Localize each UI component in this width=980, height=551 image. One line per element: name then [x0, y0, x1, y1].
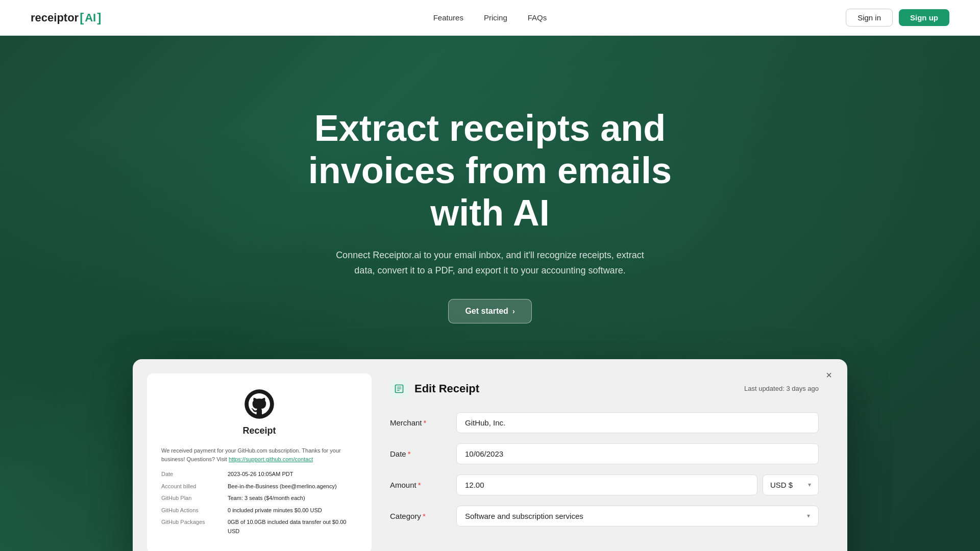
receipt-row: Date2023-05-26 10:05AM PDT [161, 468, 357, 481]
date-label: Date* [390, 449, 456, 458]
merchant-required: * [424, 418, 427, 427]
nav-links: Features Pricing FAQs [433, 13, 547, 22]
category-field: Category* Software and subscription serv… [390, 506, 819, 527]
date-required: * [408, 449, 411, 458]
edit-title: Edit Receipt [414, 382, 479, 395]
receipt-link[interactable]: https://support.github.com/contact [229, 456, 313, 462]
demo-card: × Receipt We received payment for your G… [133, 359, 847, 551]
logo-bracket-open: [ [80, 11, 84, 25]
amount-required: * [418, 481, 421, 489]
receipt-body: We received payment for your GitHub.com … [161, 446, 357, 464]
logo-text: receiptor [31, 11, 79, 24]
receipt-row: Account billedBee-in-the-Business (bee@m… [161, 481, 357, 493]
receipt-title: Receipt [242, 425, 276, 436]
get-started-label: Get started [465, 307, 508, 316]
nav-features[interactable]: Features [433, 13, 463, 22]
receipt-content: We received payment for your GitHub.com … [161, 446, 357, 538]
navbar: receiptor[AI] Features Pricing FAQs Sign… [0, 0, 980, 36]
hero-title: Extract receipts and invoices from email… [286, 107, 694, 234]
signup-button[interactable]: Sign up [899, 9, 949, 26]
receipt-row: GitHub Packages0GB of 10.0GB included da… [161, 516, 357, 537]
arrow-icon: › [512, 307, 515, 315]
receipt-row: GitHub Actions0 included private minutes… [161, 505, 357, 517]
category-select[interactable]: Software and subscription services ▾ [456, 506, 819, 527]
edit-panel: Edit Receipt Last updated: 3 days ago Me… [372, 373, 833, 551]
hero-subtitle: Connect Receiptor.ai to your email inbox… [332, 248, 648, 278]
currency-chevron-icon: ▾ [808, 481, 811, 488]
last-updated: Last updated: 3 days ago [744, 385, 819, 392]
logo[interactable]: receiptor[AI] [31, 11, 101, 25]
get-started-button[interactable]: Get started › [448, 299, 531, 323]
receipt-row: GitHub PlanTeam: 3 seats ($4/month each) [161, 492, 357, 505]
merchant-input[interactable] [456, 412, 819, 433]
close-button[interactable]: × [821, 367, 837, 384]
amount-input[interactable] [456, 474, 757, 495]
currency-select[interactable]: USD $ ▾ [763, 474, 819, 495]
amount-label: Amount* [390, 481, 456, 489]
github-logo-icon [244, 389, 275, 419]
nav-pricing[interactable]: Pricing [484, 13, 507, 22]
edit-header: Edit Receipt Last updated: 3 days ago [390, 380, 819, 398]
category-required: * [423, 512, 426, 520]
amount-row: USD $ ▾ [456, 474, 819, 495]
logo-ai: AI [85, 11, 96, 24]
merchant-label: Merchant* [390, 418, 456, 427]
hero-section: Extract receipts and invoices from email… [0, 36, 980, 551]
category-chevron-icon: ▾ [807, 512, 810, 519]
hero-text: Extract receipts and invoices from email… [276, 107, 704, 323]
edit-title-row: Edit Receipt [390, 380, 479, 398]
receipt-panel: Receipt We received payment for your Git… [147, 373, 372, 551]
currency-value: USD $ [770, 481, 793, 489]
logo-bracket-close: ] [97, 11, 101, 25]
merchant-field: Merchant* [390, 412, 819, 433]
category-value: Software and subscription services [465, 512, 583, 520]
nav-faqs[interactable]: FAQs [528, 13, 547, 22]
amount-field: Amount* USD $ ▾ [390, 474, 819, 495]
date-input[interactable] [456, 443, 819, 464]
signin-button[interactable]: Sign in [846, 9, 893, 27]
receipt-table: Date2023-05-26 10:05AM PDTAccount billed… [161, 468, 357, 538]
edit-receipt-icon [390, 380, 408, 398]
category-label: Category* [390, 512, 456, 520]
date-field: Date* [390, 443, 819, 464]
nav-actions: Sign in Sign up [846, 9, 949, 27]
